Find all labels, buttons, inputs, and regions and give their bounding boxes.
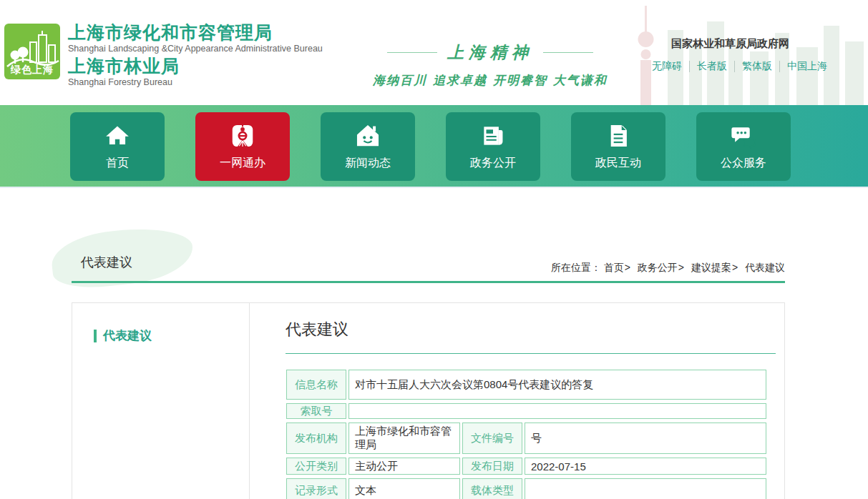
main-content-panel: 代表建议 代表建议 信息名称 对市十五届人大六次会议第0804号代表建议的答复 … xyxy=(72,302,785,499)
slogan-title: 上海精神 xyxy=(447,41,533,64)
city-skyline-watermark-icon xyxy=(596,0,868,105)
spirit-slogan: 上海精神 海纳百川 追求卓越 开明睿智 大气谦和 xyxy=(361,41,619,89)
breadcrumb-item-proposals[interactable]: 建议提案 xyxy=(691,262,731,273)
slogan-subtitle: 海纳百川 追求卓越 开明睿智 大气谦和 xyxy=(361,72,619,89)
table-row: 公开类别 主动公开 发布日期 2022-07-15 xyxy=(286,458,766,475)
doc-no-label: 文件编号 xyxy=(462,423,522,454)
link-divider xyxy=(779,61,780,72)
content-title: 代表建议 xyxy=(286,319,348,340)
sidebar-item-label: 代表建议 xyxy=(103,327,152,344)
org-primary-title: 上海市绿化和市容管理局 xyxy=(68,23,323,42)
carrier-type-value xyxy=(525,478,766,499)
newspaper-icon xyxy=(479,122,507,149)
breadcrumb-separator: > xyxy=(678,262,684,273)
open-type-value: 主动公开 xyxy=(348,458,460,475)
nav-item-label: 首页 xyxy=(106,156,129,171)
index-no-label: 索取号 xyxy=(286,403,346,419)
record-form-value: 文本 xyxy=(348,478,460,499)
one-net-service-icon xyxy=(229,122,256,149)
nav-item-label: 新闻动态 xyxy=(345,156,391,171)
link-divider xyxy=(734,61,735,72)
traditional-chinese-link[interactable]: 繁体版 xyxy=(742,60,772,73)
site-header: 绿色上海 上海市绿化和市容管理局 Shanghai Landscaping &C… xyxy=(0,0,868,105)
info-table: 信息名称 对市十五届人大六次会议第0804号代表建议的答复 索取号 发布机构 上… xyxy=(284,366,769,499)
org-secondary-title: 上海市林业局 xyxy=(68,56,323,76)
nav-item-one-net-service[interactable]: 一网通办 xyxy=(195,112,290,181)
article-content: 代表建议 信息名称 对市十五届人大六次会议第0804号代表建议的答复 索取号 发… xyxy=(250,303,784,499)
nav-item-label: 公众服务 xyxy=(721,156,766,171)
national-forestry-site-link[interactable]: 国家林业和草原局政府网 xyxy=(671,37,789,51)
carrier-type-label: 载体类型 xyxy=(462,478,522,499)
document-icon xyxy=(605,122,632,149)
china-shanghai-link[interactable]: 中国上海 xyxy=(787,60,827,73)
nav-item-home[interactable]: 首页 xyxy=(70,112,165,181)
link-divider xyxy=(689,61,690,72)
elderly-version-link[interactable]: 长者版 xyxy=(697,60,727,73)
nav-item-label: 政民互动 xyxy=(595,156,641,171)
index-no-value xyxy=(348,403,766,419)
primary-nav: 首页 一网通办 新闻动态 xyxy=(0,105,868,188)
accessibility-link[interactable]: 无障碍 xyxy=(652,60,682,73)
record-form-label: 记录形式 xyxy=(286,478,346,499)
doc-no-value: 号 xyxy=(525,423,766,454)
table-row: 记录形式 文本 载体类型 xyxy=(286,478,766,499)
bureau-logo[interactable]: 绿色上海 xyxy=(4,24,60,79)
nav-item-public-interaction[interactable]: 政民互动 xyxy=(571,112,665,181)
table-row: 索取号 xyxy=(286,403,766,419)
nav-item-gov-disclosure[interactable]: 政务公开 xyxy=(446,112,540,181)
table-row: 信息名称 对市十五届人大六次会议第0804号代表建议的答复 xyxy=(286,370,766,400)
content-title-rule xyxy=(286,353,776,354)
breadcrumb-item-home[interactable]: 首页 xyxy=(604,262,624,273)
slogan-right-rule xyxy=(543,52,593,53)
nav-item-label: 政务公开 xyxy=(470,156,516,171)
section-divider-rule xyxy=(72,281,785,283)
publish-date-value: 2022-07-15 xyxy=(525,458,766,475)
quick-links-bar: 无障碍 长者版 繁体版 中国上海 xyxy=(652,60,827,73)
news-house-icon xyxy=(354,122,381,149)
info-name-value: 对市十五届人大六次会议第0804号代表建议的答复 xyxy=(348,370,766,400)
breadcrumb: 所在位置： 首页> 政务公开> 建议提案> 代表建议 xyxy=(551,262,785,275)
org-primary-subtitle: Shanghai Landscaping &City Appearance Ad… xyxy=(68,44,323,54)
logo-badge-text: 绿色上海 xyxy=(4,64,60,76)
sidebar: 代表建议 xyxy=(72,303,250,499)
publisher-value: 上海市绿化和市容管理局 xyxy=(348,423,460,454)
breadcrumb-item-gov-disclosure[interactable]: 政务公开 xyxy=(638,262,678,273)
table-row: 发布机构 上海市绿化和市容管理局 文件编号 号 xyxy=(286,423,766,454)
chat-bubbles-icon xyxy=(730,122,757,149)
org-secondary-subtitle: Shanghai Forestry Bureau xyxy=(68,77,323,87)
breadcrumb-item-current[interactable]: 代表建议 xyxy=(745,262,785,273)
org-title-block[interactable]: 上海市绿化和市容管理局 Shanghai Landscaping &City A… xyxy=(68,23,323,90)
sidebar-item-representative-suggestions[interactable]: 代表建议 xyxy=(94,327,249,344)
slogan-left-rule xyxy=(387,52,437,53)
nav-item-public-service[interactable]: 公众服务 xyxy=(696,112,791,181)
publisher-label: 发布机构 xyxy=(286,423,346,454)
home-icon xyxy=(104,122,131,149)
breadcrumb-location-label: 所在位置： xyxy=(551,262,601,273)
breadcrumb-separator: > xyxy=(732,262,738,273)
open-type-label: 公开类别 xyxy=(286,458,346,475)
nav-item-label: 一网通办 xyxy=(220,156,265,171)
nav-item-news[interactable]: 新闻动态 xyxy=(321,112,415,181)
page-title: 代表建议 xyxy=(81,254,132,271)
sidebar-active-marker xyxy=(94,330,97,342)
publish-date-label: 发布日期 xyxy=(462,458,522,475)
info-name-label: 信息名称 xyxy=(286,370,346,400)
breadcrumb-separator: > xyxy=(625,262,630,273)
